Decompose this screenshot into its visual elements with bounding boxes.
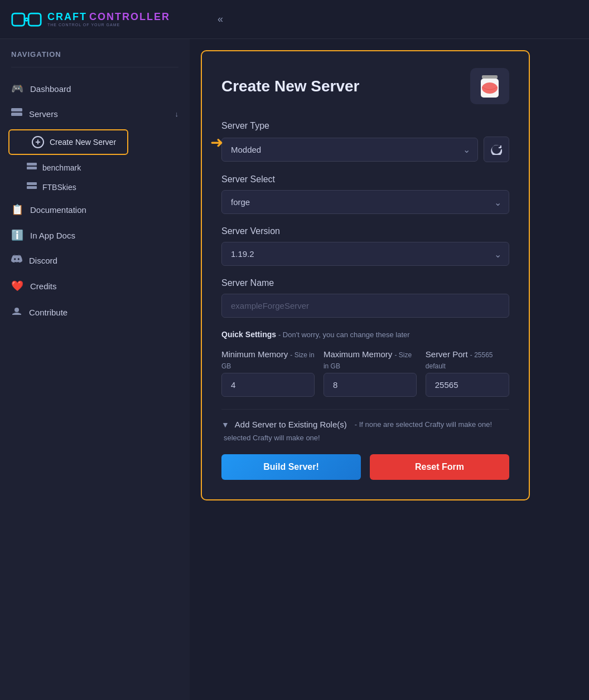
sidebar-item-documentation[interactable]: 📋 Documentation (0, 197, 190, 222)
documentation-icon: 📋 (11, 203, 23, 216)
logo-area: CRAFT CONTROLLER THE CONTROL OF YOUR GAM… (11, 9, 201, 30)
create-server-wrapper: + Create New Server ➜ (0, 127, 190, 158)
documentation-label: Documentation (30, 205, 86, 215)
sidebar: Navigation 🎮 Dashboard Servers ↓ + Creat… (0, 39, 190, 700)
reset-form-button[interactable]: Reset Form (370, 454, 509, 480)
svg-rect-4 (27, 163, 37, 166)
sidebar-item-servers-label: Servers (29, 109, 58, 119)
nav-section-title: Navigation (0, 50, 190, 64)
server-type-group: Server Type Modded (221, 121, 509, 162)
min-memory-label: Minimum Memory - Size in GB (221, 349, 315, 371)
roles-section: ▼ Add Server to Existing Role(s) - If no… (221, 409, 509, 442)
server-port-label: Server Port - 25565 default (426, 349, 509, 371)
svg-rect-5 (27, 167, 37, 169)
dashboard-icon: 🎮 (11, 82, 23, 95)
create-server-plus-icon: + (32, 136, 44, 148)
server-type-select-wrapper: Modded (221, 138, 478, 162)
logo-text: CRAFT CONTROLLER THE CONTROL OF YOUR GAM… (47, 12, 170, 27)
server-name-group: Server Name (221, 278, 509, 318)
collapse-sidebar-button[interactable]: « (212, 11, 229, 28)
sidebar-item-contribute[interactable]: Contribute (0, 299, 190, 326)
servers-submenu: + Create New Server ➜ benchmark FTBSkies (0, 127, 190, 197)
jar-svg (476, 73, 503, 100)
svg-rect-1 (28, 13, 41, 26)
ftbskies-label: FTBSkies (42, 183, 76, 192)
sidebar-item-create-new-server[interactable]: + Create New Server (8, 129, 128, 155)
quick-settings-title: Quick Settings (221, 330, 276, 339)
sidebar-item-servers[interactable]: Servers ↓ (0, 101, 190, 127)
server-select-dropdown[interactable]: forge (221, 190, 509, 214)
refresh-icon (491, 144, 502, 155)
orange-arrow-icon: ➜ (210, 133, 223, 152)
discord-label: Discord (29, 256, 57, 265)
jar-icon (470, 68, 509, 104)
svg-rect-6 (27, 182, 37, 185)
servers-arrow-icon: ↓ (175, 110, 179, 118)
max-memory-input[interactable] (324, 373, 417, 397)
contribute-icon (11, 305, 22, 319)
roles-toggle[interactable]: ▼ Add Server to Existing Role(s) - If no… (221, 420, 509, 429)
logo-craft-text: CRAFT (47, 12, 87, 23)
benchmark-label: benchmark (42, 163, 81, 172)
in-app-docs-label: In App Docs (30, 231, 75, 240)
build-server-button[interactable]: Build Server! (221, 454, 361, 480)
max-memory-label: Maximum Memory - Size in GB (324, 349, 417, 371)
roles-note: selected Crafty will make one! (221, 434, 509, 442)
logo-tagline: THE CONTROL OF YOUR GAME (47, 23, 170, 27)
svg-point-8 (15, 308, 19, 312)
refresh-server-types-button[interactable] (484, 137, 509, 162)
min-memory-input[interactable] (221, 373, 315, 397)
sidebar-item-ftbskies[interactable]: FTBSkies (0, 177, 190, 197)
server-type-row: Modded (221, 137, 509, 162)
roles-sub: - If none are selected Crafty will make … (355, 420, 492, 429)
logo-controller-text: CONTROLLER (89, 12, 170, 23)
sidebar-item-discord[interactable]: Discord (0, 248, 190, 273)
logo-icon (11, 9, 42, 30)
roles-chevron-icon: ▼ (221, 420, 229, 429)
server-select-group: Server Select forge (221, 174, 509, 214)
server-port-col: Server Port - 25565 default (426, 349, 509, 397)
content-area: Create New Server Server Type (190, 39, 589, 700)
svg-rect-3 (11, 113, 22, 116)
server-select-label: Server Select (221, 174, 509, 184)
sidebar-item-in-app-docs[interactable]: ℹ️ In App Docs (0, 222, 190, 248)
in-app-docs-icon: ℹ️ (11, 229, 23, 241)
server-name-input[interactable] (221, 294, 509, 318)
server-version-label: Server Version (221, 226, 509, 236)
server-version-dropdown[interactable]: 1.19.2 (221, 242, 509, 266)
main-layout: Navigation 🎮 Dashboard Servers ↓ + Creat… (0, 39, 589, 700)
sidebar-item-dashboard-label: Dashboard (30, 84, 71, 94)
create-server-form-card: Create New Server Server Type (201, 50, 530, 500)
server-type-label: Server Type (221, 121, 509, 131)
memory-row: Minimum Memory - Size in GB Maximum Memo… (221, 349, 509, 397)
ftbskies-server-icon (27, 182, 37, 192)
sidebar-item-credits[interactable]: ❤️ Credits (0, 273, 190, 299)
discord-icon (11, 255, 22, 266)
server-name-label: Server Name (221, 278, 509, 288)
quick-settings-label: Quick Settings - Don't worry, you can ch… (221, 330, 509, 339)
server-version-wrapper: 1.19.2 (221, 242, 509, 266)
server-version-group: Server Version 1.19.2 (221, 226, 509, 266)
quick-settings-sub: - Don't worry, you can change these late… (278, 330, 410, 339)
benchmark-server-icon (27, 163, 37, 172)
quick-settings-group: Quick Settings - Don't worry, you can ch… (221, 330, 509, 397)
contribute-label: Contribute (29, 308, 67, 317)
svg-rect-9 (482, 75, 498, 79)
form-card-header: Create New Server (221, 68, 509, 104)
form-actions: Build Server! Reset Form (221, 454, 509, 480)
server-select-wrapper: forge (221, 190, 509, 214)
svg-rect-7 (27, 186, 37, 189)
sidebar-item-benchmark[interactable]: benchmark (0, 158, 190, 177)
nav-divider (11, 67, 178, 67)
form-title: Create New Server (221, 77, 359, 95)
sidebar-item-dashboard[interactable]: 🎮 Dashboard (0, 76, 190, 101)
server-port-input[interactable] (426, 373, 509, 397)
app-header: CRAFT CONTROLLER THE CONTROL OF YOUR GAM… (0, 0, 589, 39)
create-server-label: Create New Server (50, 138, 116, 147)
server-type-select[interactable]: Modded (221, 138, 478, 162)
max-memory-col: Maximum Memory - Size in GB (324, 349, 417, 397)
servers-icon (11, 108, 22, 120)
svg-rect-0 (12, 13, 25, 26)
roles-label: Add Server to Existing Role(s) (235, 420, 347, 429)
credits-icon: ❤️ (11, 280, 23, 292)
